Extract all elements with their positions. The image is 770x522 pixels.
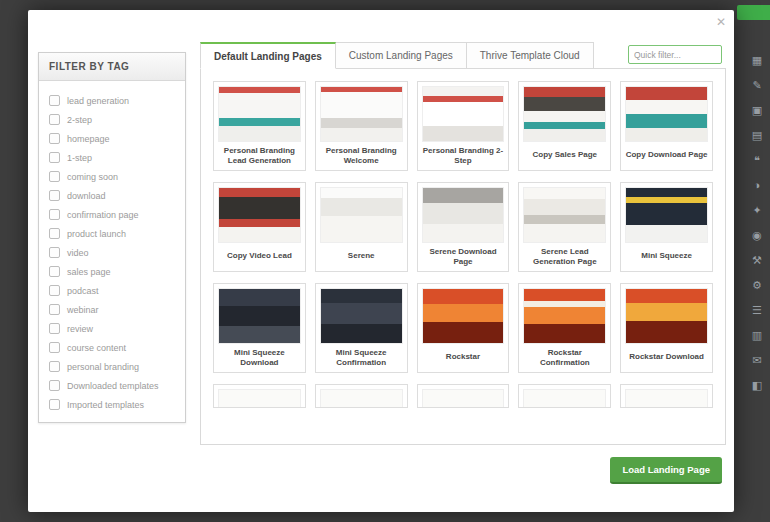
tag-row-1-step[interactable]: 1-step [49, 148, 175, 167]
template-thumbnail [422, 389, 505, 408]
tag-checkbox[interactable] [49, 304, 60, 315]
tag-row-2-step[interactable]: 2-step [49, 110, 175, 129]
template-name: Rockstar [422, 344, 505, 366]
template-card-rockstar[interactable]: Rockstar [417, 283, 510, 373]
tag-row-coming-soon[interactable]: coming soon [49, 167, 175, 186]
template-card-rockstar-download[interactable]: Rockstar Download [620, 283, 713, 373]
template-thumbnail [625, 86, 708, 142]
template-card-serene-download-page[interactable]: Serene Download Page [417, 182, 510, 272]
template-card-partial[interactable] [213, 384, 306, 408]
tag-label: podcast [67, 286, 99, 296]
tag-checkbox[interactable] [49, 190, 60, 201]
tag-checkbox[interactable] [49, 228, 60, 239]
tag-row-download[interactable]: download [49, 186, 175, 205]
tag-checkbox[interactable] [49, 399, 60, 410]
tag-label: webinar [67, 305, 99, 315]
tab-custom-landing-pages[interactable]: Custom Landing Pages [336, 42, 467, 69]
tag-checkbox[interactable] [49, 380, 60, 391]
tag-row-personal-branding[interactable]: personal branding [49, 357, 175, 376]
tag-checkbox[interactable] [49, 152, 60, 163]
tag-checkbox[interactable] [49, 114, 60, 125]
admin-bar-fragment[interactable] [737, 5, 770, 20]
template-thumbnail [218, 187, 301, 243]
tag-row-podcast[interactable]: podcast [49, 281, 175, 300]
settings-icon[interactable]: ⚙ [750, 279, 764, 291]
tag-row-sales-page[interactable]: sales page [49, 262, 175, 281]
template-thumbnail [625, 389, 708, 408]
tab-thrive-template-cloud[interactable]: Thrive Template Cloud [467, 42, 594, 69]
dashboard-icon[interactable]: ▦ [750, 54, 764, 66]
template-card-rockstar-confirmation[interactable]: Rockstar Confirmation [518, 283, 611, 373]
template-thumbnail [320, 389, 403, 408]
template-card-personal-branding-welcome[interactable]: Personal Branding Welcome [315, 81, 408, 171]
comments-icon[interactable]: ❝ [750, 154, 764, 166]
tag-label: download [67, 191, 106, 201]
tag-row-video[interactable]: video [49, 243, 175, 262]
template-card-mini-squeeze[interactable]: Mini Squeeze [620, 182, 713, 272]
tag-checkbox[interactable] [49, 361, 60, 372]
tag-checkbox[interactable] [49, 209, 60, 220]
media-icon[interactable]: ▣ [750, 104, 764, 116]
quick-filter-input[interactable] [628, 45, 722, 64]
tab-default-landing-pages[interactable]: Default Landing Pages [200, 42, 336, 69]
tag-label: 1-step [67, 153, 92, 163]
tag-row-review[interactable]: review [49, 319, 175, 338]
close-icon[interactable]: ✕ [716, 16, 726, 28]
menu-icon[interactable]: ☰ [750, 304, 764, 316]
tag-checkbox[interactable] [49, 171, 60, 182]
template-thumbnail [218, 86, 301, 142]
tag-row-course-content[interactable]: course content [49, 338, 175, 357]
template-thumbnail [523, 187, 606, 243]
tag-checkbox[interactable] [49, 342, 60, 353]
template-card-partial[interactable] [620, 384, 713, 408]
tag-checkbox[interactable] [49, 266, 60, 277]
tag-row-downloaded-templates[interactable]: Downloaded templates [49, 376, 175, 395]
template-thumbnail [523, 288, 606, 344]
template-name: Mini Squeeze [625, 243, 708, 265]
tools-icon[interactable]: ⚒ [750, 254, 764, 266]
template-card-copy-sales-page[interactable]: Copy Sales Page [518, 81, 611, 171]
tag-label: Downloaded templates [67, 381, 159, 391]
mail-icon[interactable]: ✉ [750, 354, 764, 366]
tag-row-confirmation-page[interactable]: confirmation page [49, 205, 175, 224]
tag-checkbox[interactable] [49, 133, 60, 144]
template-name: Serene [320, 243, 403, 265]
posts-icon[interactable]: ✎ [750, 79, 764, 91]
tag-list: lead generation 2-step homepage 1-step c… [39, 81, 185, 422]
collapse-icon[interactable]: ◧ [750, 379, 764, 391]
template-card-partial[interactable] [417, 384, 510, 408]
filter-panel-title: FILTER BY TAG [39, 53, 185, 81]
tag-row-homepage[interactable]: homepage [49, 129, 175, 148]
template-thumbnail [422, 187, 505, 243]
plugins-icon[interactable]: ✦ [750, 204, 764, 216]
template-thumbnail [523, 86, 606, 142]
template-card-mini-squeeze-confirmation[interactable]: Mini Squeeze Confirmation [315, 283, 408, 373]
template-card-serene[interactable]: Serene [315, 182, 408, 272]
tag-row-webinar[interactable]: webinar [49, 300, 175, 319]
template-card-mini-squeeze-download[interactable]: Mini Squeeze Download [213, 283, 306, 373]
template-chooser-modal: ✕ FILTER BY TAG lead generation 2-step h… [28, 10, 734, 512]
template-card-partial[interactable] [518, 384, 611, 408]
template-card-personal-branding-2-step[interactable]: Personal Branding 2-Step [417, 81, 510, 171]
tag-label: video [67, 248, 89, 258]
template-card-serene-lead-generation-page[interactable]: Serene Lead Generation Page [518, 182, 611, 272]
tag-row-imported-templates[interactable]: Imported templates [49, 395, 175, 414]
template-thumbnail [320, 187, 403, 243]
tag-checkbox[interactable] [49, 323, 60, 334]
appearance-icon[interactable]: ◑ [750, 179, 764, 191]
tag-checkbox[interactable] [49, 95, 60, 106]
tag-checkbox[interactable] [49, 285, 60, 296]
tag-label: coming soon [67, 172, 118, 182]
pages-icon[interactable]: ▤ [750, 129, 764, 141]
template-card-copy-video-lead[interactable]: Copy Video Lead [213, 182, 306, 272]
tag-row-product-launch[interactable]: product launch [49, 224, 175, 243]
tag-row-lead-generation[interactable]: lead generation [49, 91, 175, 110]
users-icon[interactable]: ◉ [750, 229, 764, 241]
load-landing-page-button[interactable]: Load Landing Page [610, 457, 722, 484]
template-card-personal-branding-lead-generation[interactable]: Personal Branding Lead Generation [213, 81, 306, 171]
tag-checkbox[interactable] [49, 247, 60, 258]
template-card-copy-download-page[interactable]: Copy Download Page [620, 81, 713, 171]
template-card-partial[interactable] [315, 384, 408, 408]
template-thumbnail [320, 288, 403, 344]
analytics-icon[interactable]: ▥ [750, 329, 764, 341]
